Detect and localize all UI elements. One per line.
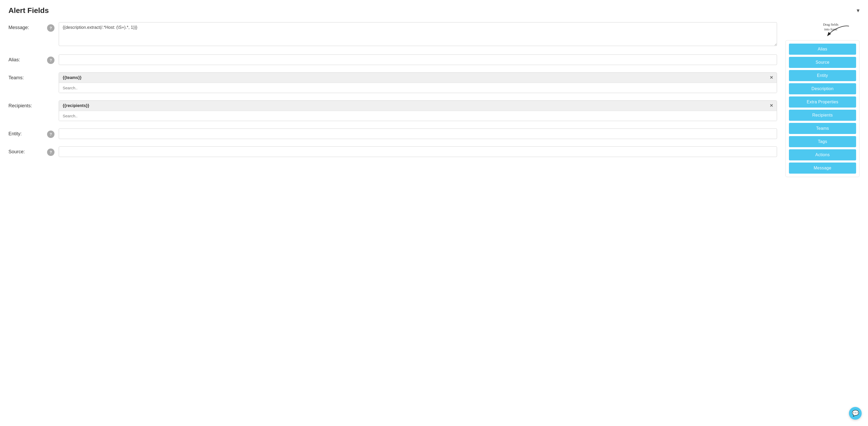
recipients-tag-row: {{recipients}} ✕ bbox=[59, 101, 777, 111]
alias-field-wrapper: {{alias}} bbox=[59, 55, 777, 65]
chat-bubble-button[interactable]: 💬 bbox=[849, 407, 862, 420]
recipients-tag-value: {{recipients}} bbox=[63, 103, 89, 108]
teams-remove-button[interactable]: ✕ bbox=[770, 75, 773, 80]
message-row: Message: ? {{description.extract(/.*Host… bbox=[8, 22, 777, 47]
message-field-wrapper: {{description.extract(/.*Host: (\S+).*, … bbox=[59, 22, 777, 47]
recipients-row: Recipients: {{recipients}} ✕ bbox=[8, 100, 777, 121]
field-buttons-sidebar: Drag fieldsinto form AliasSourceEntityDe… bbox=[785, 22, 860, 177]
alias-row: Alias: ? {{alias}} bbox=[8, 55, 777, 65]
source-row: Source: ? {{source}} bbox=[8, 146, 777, 157]
entity-help-icon[interactable]: ? bbox=[47, 131, 55, 138]
source-input[interactable]: {{source}} bbox=[59, 146, 777, 157]
field-button-description[interactable]: Description bbox=[789, 83, 856, 94]
field-button-source[interactable]: Source bbox=[789, 57, 856, 68]
entity-label: Entity: bbox=[8, 128, 43, 137]
alert-fields-form: Message: ? {{description.extract(/.*Host… bbox=[8, 22, 777, 164]
teams-tag-row: {{teams}} ✕ bbox=[59, 73, 777, 83]
entity-field-wrapper: {{entity}} bbox=[59, 128, 777, 139]
recipients-multiselect: {{recipients}} ✕ bbox=[59, 100, 777, 121]
field-button-alias[interactable]: Alias bbox=[789, 43, 856, 55]
field-button-entity[interactable]: Entity bbox=[789, 70, 856, 81]
field-button-tags[interactable]: Tags bbox=[789, 136, 856, 147]
recipients-search-input[interactable] bbox=[59, 111, 777, 121]
entity-input[interactable]: {{entity}} bbox=[59, 128, 777, 139]
field-button-extra-properties[interactable]: Extra Properties bbox=[789, 96, 856, 107]
message-help-icon[interactable]: ? bbox=[47, 24, 55, 32]
entity-row: Entity: ? {{entity}} bbox=[8, 128, 777, 139]
collapse-icon[interactable]: ▾ bbox=[857, 7, 860, 14]
drag-hint-arrow-svg bbox=[825, 24, 860, 38]
message-input[interactable]: {{description.extract(/.*Host: (\S+).*, … bbox=[59, 22, 777, 46]
field-button-recipients[interactable]: Recipients bbox=[789, 110, 856, 121]
teams-label: Teams: bbox=[8, 72, 43, 80]
field-buttons-panel: AliasSourceEntityDescriptionExtra Proper… bbox=[785, 40, 860, 177]
source-help-icon[interactable]: ? bbox=[47, 149, 55, 156]
page-title: Alert Fields bbox=[8, 6, 49, 15]
field-button-message[interactable]: Message bbox=[789, 163, 856, 174]
teams-tag-value: {{teams}} bbox=[63, 75, 82, 80]
teams-search-input[interactable] bbox=[59, 83, 777, 93]
teams-row: Teams: {{teams}} ✕ bbox=[8, 72, 777, 93]
recipients-label: Recipients: bbox=[8, 100, 43, 109]
message-label: Message: bbox=[8, 22, 43, 30]
field-button-actions[interactable]: Actions bbox=[789, 149, 856, 160]
field-button-teams[interactable]: Teams bbox=[789, 123, 856, 134]
alias-label: Alias: bbox=[8, 55, 43, 63]
chat-icon: 💬 bbox=[852, 410, 859, 417]
recipients-remove-button[interactable]: ✕ bbox=[770, 104, 773, 108]
teams-multiselect: {{teams}} ✕ bbox=[59, 72, 777, 93]
teams-field-wrapper: {{teams}} ✕ bbox=[59, 72, 777, 93]
alias-input[interactable]: {{alias}} bbox=[59, 55, 777, 65]
source-label: Source: bbox=[8, 146, 43, 155]
recipients-field-wrapper: {{recipients}} ✕ bbox=[59, 100, 777, 121]
alias-help-icon[interactable]: ? bbox=[47, 57, 55, 64]
source-field-wrapper: {{source}} bbox=[59, 146, 777, 157]
